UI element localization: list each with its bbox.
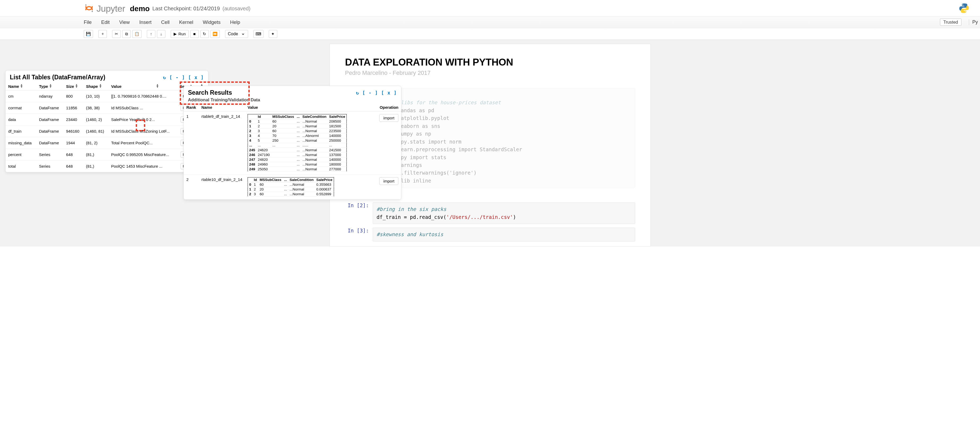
brand[interactable]: Jupyter xyxy=(84,3,125,14)
notebook-name[interactable]: demo xyxy=(130,5,150,13)
cell-name: corrmat xyxy=(6,102,36,114)
import-button[interactable]: import xyxy=(379,177,398,185)
table-row[interactable]: missing_dataDataFrame1944(81, 2)Total Pe… xyxy=(6,137,208,149)
paste-button[interactable]: 📋 xyxy=(132,30,142,38)
panel-controls: ↻ [ - ] [ x ] xyxy=(163,75,204,80)
col-name[interactable]: Name xyxy=(199,104,245,112)
cell-operation: import xyxy=(372,175,401,199)
col-shape[interactable]: Shape xyxy=(83,82,108,91)
cell-name: cm xyxy=(6,91,36,102)
cell-name: percent xyxy=(6,149,36,161)
sort-icon[interactable] xyxy=(156,84,159,88)
menu-cell[interactable]: Cell xyxy=(161,19,170,25)
table-row[interactable]: cmndarray800(10, 10)[[1. 0.7909816 0.708… xyxy=(6,91,208,102)
interrupt-button[interactable]: ■ xyxy=(190,30,199,38)
cell-value: Id MSSubClass MSZoning LotF... xyxy=(108,126,177,137)
import-button[interactable]: import xyxy=(379,114,398,122)
table-row[interactable]: df_trainDataFrame946160(1460, 81)Id MSSu… xyxy=(6,126,208,137)
restart-run-all-button[interactable]: ⏩ xyxy=(210,30,220,38)
save-button[interactable]: 💾 xyxy=(84,30,93,38)
col-name[interactable]: Name xyxy=(6,82,36,91)
refresh-icon[interactable]: ↻ xyxy=(356,90,359,96)
col-value[interactable]: Value xyxy=(108,82,177,91)
command-palette-button[interactable]: ⌨ xyxy=(253,30,264,38)
search-results-panel[interactable]: Search Results ↻ [ - ] [ x ] Additional … xyxy=(183,86,401,200)
result-row[interactable]: 1rtable9_df_train_2_14IdMSSubClass...Sal… xyxy=(184,112,401,175)
panel-title: Search Results xyxy=(188,89,232,96)
cell-type-select[interactable]: Code xyxy=(225,30,248,38)
menu-view[interactable]: View xyxy=(119,19,130,25)
cell-name: rtable10_df_train_2_14 xyxy=(199,175,245,199)
copy-button[interactable]: ⧉ xyxy=(122,30,131,38)
trusted-badge[interactable]: Trusted xyxy=(940,19,961,26)
paste-icon: 📋 xyxy=(134,32,140,36)
cell-size: 800 xyxy=(64,91,83,102)
table-row[interactable]: corrmatDataFrame11856(38, 38)Id MSSubCla… xyxy=(6,102,208,114)
sort-icon[interactable] xyxy=(20,84,23,88)
cell-shape: (38, 38) xyxy=(83,102,108,114)
cell-type: DataFrame xyxy=(36,114,64,126)
tables-list-panel[interactable]: List All Tables (DataFrame/Array) ↻ [ - … xyxy=(5,70,208,172)
table-row[interactable]: percentSeries648(81,)PoolQC 0.995205 Mis… xyxy=(6,149,208,161)
keyboard-icon: ⌨ xyxy=(256,32,261,36)
sort-icon[interactable] xyxy=(75,84,78,88)
cell-prompt: In [2]: xyxy=(345,203,369,224)
run-button[interactable]: ▶Run xyxy=(171,30,189,38)
restart-button[interactable]: ↻ xyxy=(200,30,209,38)
refresh-icon[interactable]: ↻ xyxy=(163,75,166,80)
cell-value: Id MSSubClass ... xyxy=(108,102,177,114)
cell-code[interactable]: #skewness and kurtosis xyxy=(373,228,635,241)
cut-button[interactable]: ✂ xyxy=(112,30,121,38)
cell-operation: import xyxy=(372,112,401,175)
table-row[interactable]: totalSeries648(81,)PoolQC 1453 MiscFeatu… xyxy=(6,161,208,172)
menu-help[interactable]: Help xyxy=(230,19,240,25)
sort-icon[interactable] xyxy=(99,84,102,88)
cell-code[interactable]: #bring in the six packs df_train = pd.re… xyxy=(373,203,635,224)
menu-kernel[interactable]: Kernel xyxy=(179,19,193,25)
collapse-button[interactable]: [ - ] xyxy=(362,90,378,96)
cell-name: rtable9_df_train_2_14 xyxy=(199,112,245,175)
refresh-icon: ↻ xyxy=(203,32,206,36)
menu-edit[interactable]: Edit xyxy=(101,19,110,25)
stop-icon: ■ xyxy=(193,32,196,36)
table-row[interactable]: dataDataFrame23440(1460, 2)SalePrice Yea… xyxy=(6,114,208,126)
menu-widgets[interactable]: Widgets xyxy=(203,19,221,25)
col-rank[interactable]: Rank xyxy=(184,104,199,112)
close-button[interactable]: [ x ] xyxy=(381,90,397,96)
cell-name: df_train xyxy=(6,126,36,137)
copy-icon: ⧉ xyxy=(125,32,128,36)
sort-icon[interactable] xyxy=(49,84,52,88)
cell-code[interactable]: #import libs for the house-prices datase… xyxy=(373,88,635,188)
cell-size: 23440 xyxy=(64,114,83,126)
close-button[interactable]: [ x ] xyxy=(188,75,204,80)
menu-file[interactable]: File xyxy=(84,19,92,25)
panel-title: List All Tables (DataFrame/Array) xyxy=(10,74,105,81)
collapse-button[interactable]: [ - ] xyxy=(169,75,185,80)
plus-icon: ＋ xyxy=(101,31,105,36)
col-operation[interactable]: Operation xyxy=(372,104,401,112)
menu-insert[interactable]: Insert xyxy=(139,19,151,25)
play-icon: ▶ xyxy=(173,32,177,36)
col-type[interactable]: Type xyxy=(36,82,64,91)
cell-prompt: In [3]: xyxy=(345,228,369,241)
preview-table: IdMSSubClass...SaleConditionSalePrice016… xyxy=(248,177,334,196)
cell-type: ndarray xyxy=(36,91,64,102)
move-up-button[interactable]: ↑ xyxy=(147,30,155,38)
col-value[interactable]: Value xyxy=(245,104,372,112)
cell-rank: 1 xyxy=(184,112,199,175)
jupyter-logo-icon xyxy=(84,3,94,14)
col-size[interactable]: Size xyxy=(64,82,83,91)
cell-value: PoolQC 1453 MiscFeature ... xyxy=(108,161,177,172)
panel-controls: ↻ [ - ] [ x ] xyxy=(356,90,397,96)
cell-size: 11856 xyxy=(64,102,83,114)
fast-forward-icon: ⏩ xyxy=(213,32,218,36)
arrow-down-icon: ↓ xyxy=(160,32,162,36)
move-down-button[interactable]: ↓ xyxy=(157,30,165,38)
cell-value: Total Percent PoolQC... xyxy=(108,137,177,149)
result-row[interactable]: 2rtable10_df_train_2_14IdMSSubClass...Sa… xyxy=(184,175,401,199)
svg-point-0 xyxy=(85,4,87,6)
extension-button[interactable]: ✦ xyxy=(269,30,277,38)
cell-size: 946160 xyxy=(64,126,83,137)
insert-cell-button[interactable]: ＋ xyxy=(99,30,107,38)
menubar: File Edit View Insert Cell Kernel Widget… xyxy=(0,16,980,28)
